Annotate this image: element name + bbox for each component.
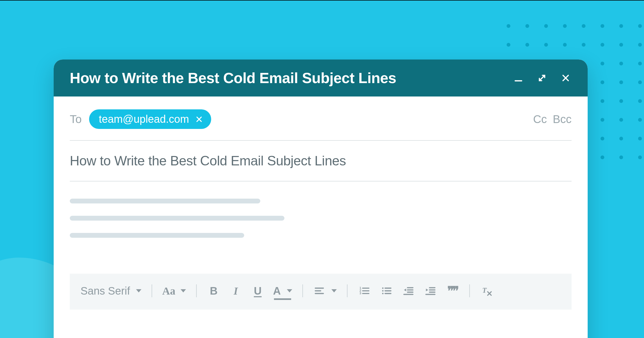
stage: How to Write the Best Cold Email Subject… bbox=[0, 0, 644, 338]
toolbar-separator bbox=[347, 284, 347, 297]
numbered-list-button[interactable]: 123 bbox=[358, 283, 371, 299]
align-left-icon bbox=[313, 285, 325, 296]
close-button[interactable] bbox=[560, 72, 572, 84]
font-family-select[interactable]: Sans Serif bbox=[80, 285, 141, 297]
remove-recipient-button[interactable] bbox=[195, 115, 203, 123]
underline-button[interactable]: U bbox=[251, 283, 264, 299]
clear-formatting-button[interactable]: T bbox=[480, 283, 493, 299]
bullet-list-button[interactable] bbox=[380, 283, 393, 299]
compose-content: To team@uplead.com Cc Bcc How to Write t… bbox=[54, 96, 588, 310]
window-title: How to Write the Best Cold Email Subject… bbox=[70, 69, 513, 87]
to-row: To team@uplead.com Cc Bcc bbox=[70, 96, 572, 141]
clear-formatting-icon: T bbox=[481, 285, 493, 296]
svg-text:3: 3 bbox=[359, 291, 361, 295]
indent-decrease-icon bbox=[402, 285, 415, 296]
font-size-label: Aa bbox=[162, 285, 175, 297]
bold-button[interactable]: B bbox=[207, 283, 220, 299]
cc-bcc-group: Cc Bcc bbox=[533, 113, 572, 126]
recipient-chip[interactable]: team@uplead.com bbox=[89, 109, 211, 129]
italic-button[interactable]: I bbox=[229, 283, 242, 299]
format-toolbar: Sans Serif Aa B I U A bbox=[70, 274, 572, 310]
body-editor[interactable] bbox=[70, 181, 572, 272]
indent-increase-icon bbox=[424, 285, 437, 296]
remove-icon bbox=[195, 116, 203, 123]
minimize-icon bbox=[514, 73, 523, 83]
bcc-button[interactable]: Bcc bbox=[553, 113, 572, 126]
toolbar-separator bbox=[152, 284, 152, 297]
minimize-button[interactable] bbox=[513, 72, 524, 84]
text-color-label: A bbox=[273, 285, 281, 297]
indent-decrease-button[interactable] bbox=[402, 283, 415, 299]
align-select[interactable] bbox=[313, 283, 337, 299]
subject-row[interactable]: How to Write the Best Cold Email Subject… bbox=[70, 141, 572, 181]
close-icon bbox=[561, 73, 570, 83]
toolbar-separator bbox=[196, 284, 197, 297]
window-controls bbox=[513, 72, 572, 84]
cc-button[interactable]: Cc bbox=[533, 113, 547, 126]
svg-point-16 bbox=[382, 290, 383, 291]
toolbar-separator bbox=[469, 284, 470, 297]
bullet-list-icon bbox=[380, 285, 393, 296]
svg-point-18 bbox=[382, 293, 383, 294]
svg-marker-24 bbox=[404, 289, 406, 291]
chevron-down-icon bbox=[287, 289, 292, 292]
titlebar: How to Write the Best Cold Email Subject… bbox=[54, 60, 588, 96]
placeholder-line bbox=[70, 233, 244, 238]
svg-marker-29 bbox=[426, 289, 428, 291]
numbered-list-icon: 123 bbox=[358, 285, 371, 296]
blockquote-button[interactable]: ❞❞ bbox=[446, 283, 459, 299]
svg-point-14 bbox=[382, 287, 383, 289]
expand-button[interactable] bbox=[536, 72, 548, 84]
text-color-select[interactable]: A bbox=[273, 283, 292, 299]
indent-increase-button[interactable] bbox=[424, 283, 437, 299]
chevron-down-icon bbox=[331, 289, 337, 292]
placeholder-line bbox=[70, 199, 260, 203]
to-label: To bbox=[70, 113, 82, 126]
font-family-label: Sans Serif bbox=[80, 285, 130, 297]
recipient-email: team@uplead.com bbox=[99, 113, 189, 125]
chevron-down-icon bbox=[136, 289, 141, 292]
toolbar-separator bbox=[302, 284, 303, 297]
font-size-select[interactable]: Aa bbox=[162, 283, 186, 299]
placeholder-line bbox=[70, 216, 284, 221]
chevron-down-icon bbox=[181, 289, 186, 292]
expand-icon bbox=[537, 73, 547, 83]
subject-input[interactable]: How to Write the Best Cold Email Subject… bbox=[70, 153, 572, 169]
compose-window: How to Write the Best Cold Email Subject… bbox=[54, 60, 588, 338]
svg-text:T: T bbox=[482, 286, 487, 294]
